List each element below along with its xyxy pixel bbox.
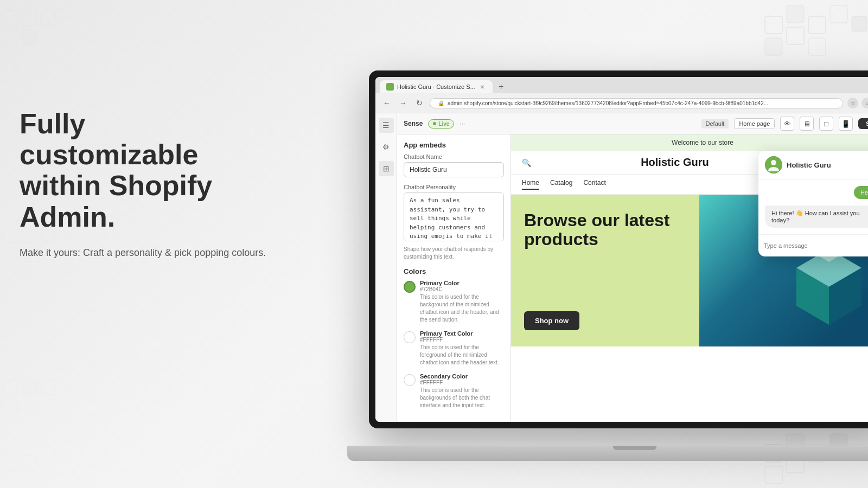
primary-text-color-hex: #FFFFFF <box>420 337 504 343</box>
chatbot-name-input[interactable] <box>404 162 504 177</box>
chat-input-row: ➤ <box>758 234 868 256</box>
star-icon[interactable]: ☆ <box>847 98 858 108</box>
primary-text-color-item: Primary Text Color #FFFFFF This color is… <box>404 330 504 367</box>
svg-rect-30 <box>765 466 782 484</box>
download-icon[interactable]: ↓ <box>861 98 868 108</box>
store-logo: Holistic Guru <box>641 156 709 169</box>
svg-rect-20 <box>830 5 847 23</box>
primary-color-item: Primary Color #72B04C This color is used… <box>404 280 504 324</box>
eye-icon-btn[interactable]: 👁 <box>780 117 794 131</box>
save-button[interactable]: Save <box>858 118 868 129</box>
home-page-select[interactable]: Home page <box>734 118 775 129</box>
svg-rect-19 <box>808 16 826 34</box>
primary-text-color-name: Primary Text Color <box>420 330 504 337</box>
svg-rect-3 <box>3 30 18 45</box>
browser-tabs-row: Holistic Guru · Customize S... ✕ + <box>375 77 868 93</box>
store-preview: Welcome to our store 🔍 Holistic Guru Sin… <box>511 134 868 422</box>
svg-rect-22 <box>765 38 782 55</box>
lock-icon: 🔒 <box>438 100 444 106</box>
store-search-icon[interactable]: 🔍 <box>522 158 531 167</box>
forward-button[interactable]: → <box>397 97 409 109</box>
primary-color-desc: This color is used for the background of… <box>420 293 504 324</box>
laptop-screen-inner: Holistic Guru · Customize S... ✕ + ← → ↻… <box>375 77 868 422</box>
chat-avatar <box>765 156 782 174</box>
editor-top-bar: Sense Live ··· Default Home page 👁 🖥 □ 📱 <box>397 113 868 134</box>
store-nav-home[interactable]: Home <box>522 179 539 190</box>
live-label: Live <box>438 121 449 127</box>
secondary-color-hex: #FFFFFF <box>420 380 504 386</box>
chat-bot-name: Holistic Guru <box>787 161 864 169</box>
colors-title: Colors <box>404 267 504 275</box>
primary-text-color-info: Primary Text Color #FFFFFF This color is… <box>420 330 504 367</box>
secondary-color-swatch[interactable] <box>404 374 416 386</box>
store-hero-heading: Browse our latest products <box>524 211 686 249</box>
svg-rect-10 <box>3 380 18 395</box>
mobile-icon-btn[interactable]: 📱 <box>839 117 853 131</box>
laptop-base <box>347 446 868 461</box>
personality-help-text: Shape how your chatbot responds by custo… <box>404 246 504 261</box>
sidebar-icon-apps[interactable]: ⊞ <box>379 161 394 176</box>
chat-header: Holistic Guru ∧ ✕ <box>758 151 868 179</box>
svg-rect-12 <box>41 380 56 395</box>
svg-rect-17 <box>765 16 782 34</box>
tab-favicon <box>386 83 394 91</box>
back-button[interactable]: ← <box>381 97 393 109</box>
editor-panel: App embeds Chatbot Name Chatbot Personal… <box>397 134 511 422</box>
store-hero-left: Browse our latest products Shop now <box>511 195 699 346</box>
live-indicator-dot <box>433 122 436 125</box>
chat-input-field[interactable] <box>764 242 866 249</box>
store-nav-contact[interactable]: Contact <box>583 179 605 190</box>
dots-menu[interactable]: ··· <box>459 120 465 127</box>
tab-title: Holistic Guru · Customize S... <box>397 84 475 90</box>
primary-color-name: Primary Color <box>420 280 504 286</box>
primary-color-hex: #72B04C <box>420 286 504 292</box>
chat-widget: Holistic Guru ∧ ✕ Hello! Hi there <box>758 151 868 256</box>
secondary-color-item: Secondary Color #FFFFFF This color is us… <box>404 373 504 409</box>
svg-rect-1 <box>22 11 37 26</box>
live-badge: Live <box>428 119 454 129</box>
refresh-button[interactable]: ↻ <box>413 97 425 109</box>
svg-rect-14 <box>22 399 37 414</box>
editor-section-name: Sense <box>404 120 423 127</box>
primary-text-color-desc: This color is used for the foreground of… <box>420 344 504 367</box>
sidebar-icon-sections[interactable]: ☰ <box>379 118 394 133</box>
browser-actions: ☆ ↓ <box>847 97 868 110</box>
chatbot-personality-label: Chatbot Personality <box>404 184 504 190</box>
new-tab-btn[interactable]: + <box>495 80 508 93</box>
address-bar[interactable]: 🔒 admin.shopify.com/store/quickstart-3f9… <box>430 98 843 108</box>
svg-rect-16 <box>22 455 37 471</box>
tab-close-btn[interactable]: ✕ <box>478 83 486 91</box>
primary-color-swatch[interactable] <box>404 281 416 293</box>
main-heading: Fully customizable within Shopify Admin. <box>20 108 269 233</box>
svg-rect-2 <box>41 11 56 26</box>
editor-sidebar-icons: ☰ ⚙ ⊞ <box>375 113 397 422</box>
address-text: admin.shopify.com/store/quickstart-3f9c9… <box>448 100 768 106</box>
chatbot-personality-textarea[interactable]: As a fun sales assistant, you try to sel… <box>404 192 504 241</box>
svg-rect-21 <box>852 16 867 31</box>
svg-rect-11 <box>22 380 37 395</box>
secondary-color-info: Secondary Color #FFFFFF This color is us… <box>420 373 504 409</box>
laptop-screen-outer: Holistic Guru · Customize S... ✕ + ← → ↻… <box>369 70 868 428</box>
svg-rect-4 <box>22 30 37 45</box>
shop-now-button[interactable]: Shop now <box>524 311 579 330</box>
svg-rect-15 <box>3 455 18 471</box>
store-nav-catalog[interactable]: Catalog <box>550 179 572 190</box>
store-announcement-bar: Welcome to our store <box>511 134 868 151</box>
svg-rect-0 <box>3 11 18 26</box>
secondary-color-name: Secondary Color <box>420 373 504 380</box>
svg-rect-18 <box>787 5 804 23</box>
default-device-btn[interactable]: Default <box>701 119 729 129</box>
tablet-icon-btn[interactable]: □ <box>819 117 833 131</box>
sidebar-icon-settings[interactable]: ⚙ <box>379 139 394 155</box>
chat-bubble-bot: Hi there! 👋 How can I assist you today? <box>765 206 868 228</box>
editor-layout: ☰ ⚙ ⊞ Sense Live ··· Defa <box>375 113 868 422</box>
primary-text-color-swatch[interactable] <box>404 331 416 343</box>
desktop-icon-btn[interactable]: 🖥 <box>800 117 814 131</box>
editor-main: App embeds Chatbot Name Chatbot Personal… <box>397 134 868 422</box>
left-content-panel: Fully customizable within Shopify Admin.… <box>20 108 269 260</box>
browser-tab-active[interactable]: Holistic Guru · Customize S... ✕ <box>380 80 493 93</box>
chat-bubble-user: Hello! <box>854 186 868 199</box>
secondary-color-desc: This color is used for the backgrounds o… <box>420 387 504 409</box>
svg-rect-8 <box>3 247 18 262</box>
svg-rect-23 <box>787 27 804 44</box>
